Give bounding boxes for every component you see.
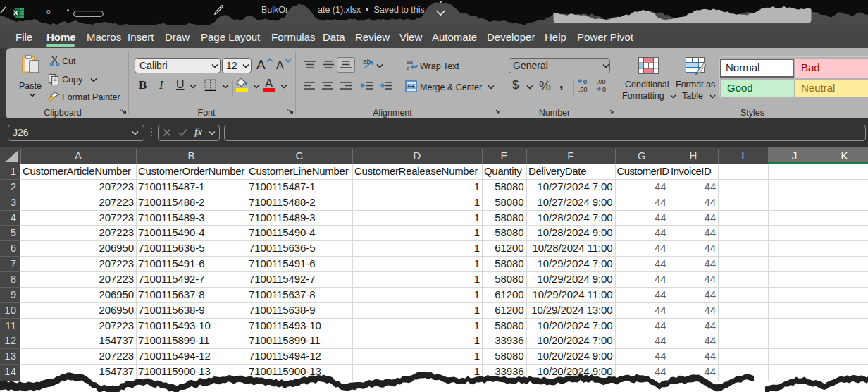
svg-text:0: 0 <box>602 86 606 93</box>
svg-text:0: 0 <box>583 78 587 85</box>
svg-text:c: c <box>407 65 409 71</box>
svg-text:.00: .00 <box>578 86 588 93</box>
svg-text:.00: .00 <box>597 78 606 85</box>
